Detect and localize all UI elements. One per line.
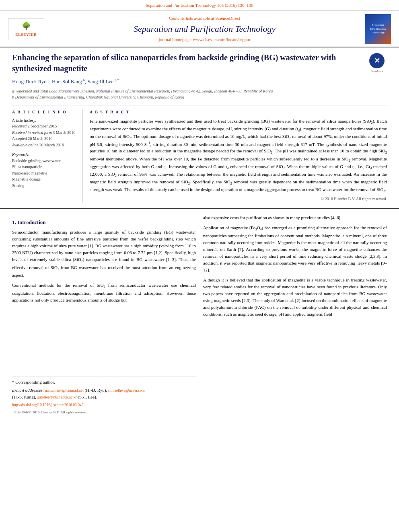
- journal-header: 🌳 ELSEVIER Contents lists available at S…: [0, 11, 399, 47]
- journal-citation: Separation and Purification Technology 1…: [146, 3, 253, 8]
- right-logo-line1: Separation: [370, 23, 386, 27]
- article-title: Enhancing the separation of silica nanop…: [12, 52, 387, 74]
- footnote-area: * Corresponding author. E-mail addresses…: [12, 376, 196, 415]
- sciencedirect-line: Contents lists available at ScienceDirec…: [44, 15, 365, 22]
- intro-para1: Semiconductor manufacturing produces a l…: [12, 229, 196, 279]
- sciencedirect-link-text[interactable]: ScienceDirect: [215, 16, 240, 21]
- article-main-columns: 1. Introduction Semiconductor manufactur…: [0, 214, 399, 415]
- history-online: Available online 30 March 2016: [12, 142, 77, 148]
- article-history: Article history: Received 2 September 20…: [12, 118, 77, 148]
- journal-top-bar: Separation and Purification Technology 1…: [0, 0, 399, 11]
- abstract-text: Fine nano-sized magnetite particles were…: [90, 118, 387, 194]
- article-right-col: also expensive costs for purification as…: [203, 214, 387, 415]
- email-kang[interactable]: shinsolhwa@naver.com: [108, 388, 145, 392]
- affiliation-a: a Watershed and Total Load Management Di…: [12, 88, 387, 94]
- keywords-label: Keywords:: [12, 152, 77, 158]
- crossmark-label: CrossMark: [370, 69, 383, 73]
- elsevier-tree-icon: 🌳: [22, 21, 31, 31]
- author-kang-sup: b: [83, 78, 85, 82]
- keyword-2[interactable]: Silica nanoparticle: [12, 164, 77, 170]
- section-divider: [0, 208, 399, 209]
- intro-heading: 1. Introduction: [12, 218, 196, 226]
- email-note: E-mail addresses: namumenv@hanmail.net (…: [12, 387, 196, 401]
- keyword-5[interactable]: Stirring: [12, 183, 77, 189]
- keyword-3[interactable]: Nano-sized magnetite: [12, 170, 77, 177]
- author-ryu[interactable]: Hong-Duck Ryu: [12, 78, 47, 84]
- affiliation-b: b Department of Environmental Engineerin…: [12, 94, 387, 100]
- right-para2: Application of magnetite (Fe3O4) has eme…: [203, 224, 387, 273]
- corresponding-note: * Corresponding author.: [12, 379, 196, 386]
- keywords-section: Keywords: Backside grinding wastewater S…: [12, 152, 77, 189]
- doi-line: http://dx.doi.org/10.1016/j.seppur.2016.…: [12, 402, 196, 408]
- corresponding-text: * Corresponding author.: [12, 380, 55, 384]
- elsevier-logo: 🌳 ELSEVIER: [8, 18, 44, 40]
- journal-center-block: Contents lists available at ScienceDirec…: [44, 15, 365, 43]
- history-label: Article history:: [12, 118, 77, 124]
- history-revised: Received in revised form 3 March 2016: [12, 130, 77, 136]
- article-left-col: 1. Introduction Semiconductor manufactur…: [12, 214, 196, 415]
- email-label: E-mail addresses:: [12, 388, 44, 392]
- article-info-abstract: A R T I C L E I N F O Article history: R…: [12, 105, 387, 202]
- affiliations: a Watershed and Total Load Management Di…: [12, 88, 387, 100]
- authors-line: Hong-Duck Ryu a, Han-Sol Kang b, Sang-Il…: [12, 78, 387, 86]
- history-received: Received 2 September 2015: [12, 123, 77, 129]
- right-logo-text: Separation ElPurification Technology: [370, 23, 386, 35]
- elsevier-text: ELSEVIER: [15, 32, 37, 37]
- homepage-label: journal homepage: www.elsevier.com/locat…: [159, 37, 251, 42]
- doi-link[interactable]: http://dx.doi.org/10.1016/j.seppur.2016.…: [12, 403, 83, 407]
- right-logo-line3: Technology: [370, 31, 386, 35]
- keyword-1[interactable]: Backside grinding wastewater: [12, 158, 77, 164]
- journal-homepage: journal homepage: www.elsevier.com/locat…: [44, 37, 365, 43]
- article-body: Enhancing the separation of silica nanop…: [0, 47, 399, 202]
- contents-label: Contents lists available at: [169, 16, 214, 21]
- issn-line: 1383-5866/© 2016 Elsevier B.V. All right…: [12, 410, 196, 415]
- article-info-title: A R T I C L E I N F O: [12, 109, 77, 115]
- crossmark-circle: ✕: [369, 53, 385, 68]
- intro-para2: Conventional methods for the removal of …: [12, 282, 196, 304]
- right-para1: also expensive costs for purification as…: [203, 214, 387, 221]
- crossmark-cross-icon: ✕: [374, 55, 380, 66]
- journal-logo-box: Separation ElPurification Technology: [365, 14, 391, 44]
- author-lee[interactable]: Sang-Ill Lee: [88, 78, 114, 84]
- article-title-area: Enhancing the separation of silica nanop…: [12, 52, 387, 74]
- email-addresses[interactable]: namumenv@hanmail.net: [45, 388, 84, 392]
- right-para3: Although it is believed that the applica…: [203, 277, 387, 318]
- article-info-col: A R T I C L E I N F O Article history: R…: [12, 109, 82, 202]
- crossmark[interactable]: ✕ CrossMark: [367, 53, 387, 73]
- journal-title: Separation and Purification Technology: [44, 23, 365, 35]
- author-lee-sup: b,*: [115, 78, 119, 82]
- keyword-4[interactable]: Magnetite dosage: [12, 177, 77, 183]
- history-accepted: Accepted 26 March 2016: [12, 136, 77, 142]
- abstract-col: A B S T R A C T Fine nano-sized magnetit…: [90, 109, 387, 202]
- author-kang[interactable]: Han-Sol Kang: [52, 78, 82, 84]
- email-lee[interactable]: gatorlee@chungbuk.ac.kr: [37, 395, 77, 399]
- right-logo-line2: ElPurification: [370, 27, 386, 31]
- abstract-copyright: © 2016 Elsevier B.V. All rights reserved…: [90, 196, 387, 202]
- abstract-title: A B S T R A C T: [90, 109, 387, 115]
- author-ryu-sup: a: [48, 78, 49, 82]
